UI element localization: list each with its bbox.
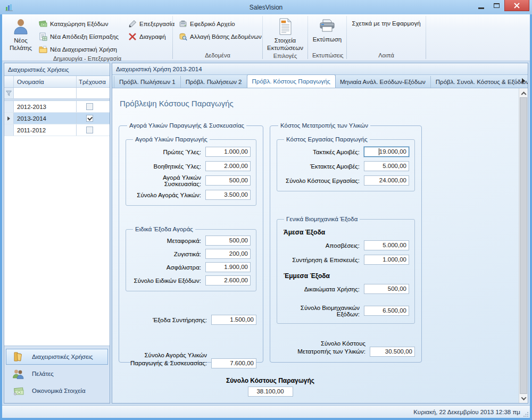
- special-expenses-total-input[interactable]: 2.600,00: [205, 275, 251, 285]
- new-receipt-button[interactable]: Νέα Απόδειξη Είσπραξης: [36, 31, 121, 42]
- new-receipt-label: Νέα Απόδειξη Είσπραξης: [50, 33, 119, 40]
- auxiliary-materials-input[interactable]: 2.000,00: [205, 161, 251, 171]
- resize-grip[interactable]: [522, 410, 529, 417]
- close-button[interactable]: [504, 0, 529, 11]
- conversion-groupbox: Κόστος Μετατροπής των Υλικών Κόστος Εργα…: [270, 122, 422, 363]
- column-header-name[interactable]: Ονομασία: [14, 76, 77, 87]
- maximize-button[interactable]: [489, 0, 504, 11]
- drive-icon: [179, 20, 187, 28]
- column-header-current[interactable]: Τρέχουσα: [77, 76, 110, 87]
- tab-strip: Πρόβλ. Πωλήσεων 1 Πρόβλ. Πωλήσεων 2 Πρόβ…: [112, 75, 528, 88]
- sidebar-header: Διαχειριστικές Χρήσεις: [4, 63, 110, 76]
- current-checkbox[interactable]: [86, 115, 93, 122]
- nav-item-customers[interactable]: Πελάτες: [6, 366, 108, 382]
- field-row: Έξοδα Συντήρησης: 1.500,00: [126, 315, 256, 325]
- minimize-button[interactable]: [473, 0, 489, 11]
- backup-file-button[interactable]: Εφεδρικό Αρχείο: [176, 18, 264, 29]
- raw-materials-input[interactable]: 1.000,00: [205, 147, 251, 157]
- overhead-total-input[interactable]: 6.500,00: [364, 306, 409, 316]
- repairs-input[interactable]: 1.000,00: [364, 255, 409, 265]
- status-datetime: Κυριακή, 22 Δεκεμβρίου 2013 12:38 πμ: [413, 409, 520, 415]
- row-indicator-cell: [4, 113, 14, 124]
- ribbon-group-create-edit: Νέος Πελάτης Καταχώρηση Εξόδων: [2, 14, 172, 61]
- packaging-materials-input[interactable]: 500,00: [205, 175, 251, 186]
- field-row: Σύνολο Βιομηχανικών Εξόδων: 6.500,00: [282, 306, 409, 316]
- group-label-prints: Εκτυπώσεις: [308, 52, 346, 61]
- delete-button[interactable]: Διαγραφή: [126, 31, 177, 42]
- regular-wages-input[interactable]: 19.000,00: [364, 147, 409, 157]
- purchase-total-label: Σύνολο Αγοράς Υλικών Παραγωγής & Συσκευα…: [130, 351, 207, 368]
- weighing-input[interactable]: 200,00: [205, 249, 251, 259]
- field-label: Έκτακτες Αμοιβές:: [310, 163, 360, 170]
- scrollbar-thumb[interactable]: [520, 97, 527, 394]
- maintenance-expenses-input[interactable]: 1.500,00: [211, 315, 256, 325]
- about-button[interactable]: Σχετικά με την Εφαρμογή: [349, 17, 423, 28]
- scroll-up-button[interactable]: [519, 88, 528, 97]
- change-database-button[interactable]: Αλλαγή Βάσης Δεδομένων: [176, 31, 264, 42]
- app-window: SalesVision Νέος Πελάτης: [0, 0, 532, 420]
- nav-item-financial[interactable]: Οικονομικά Στοιχεία: [6, 383, 108, 399]
- purchase-total-row: Σύνολο Αγοράς Υλικών Παραγωγής & Συσκευα…: [126, 351, 256, 368]
- field-label: Σύνολο Κόστους Εργασίας:: [286, 178, 360, 184]
- tab-scroll-left-icon[interactable]: [513, 78, 517, 83]
- fiscal-year-row[interactable]: 2011-2012: [4, 124, 110, 136]
- field-label: Συντήρηση & Επισκευές:: [292, 257, 360, 263]
- insurance-input[interactable]: 1.900,00: [205, 262, 251, 272]
- field-label: Ασφάλιστρα:: [167, 264, 201, 271]
- sidebar-nav: Διαχειριστικές Χρήσεις Πελάτες: [4, 346, 110, 403]
- filter-funnel-icon[interactable]: [4, 88, 14, 98]
- edit-button[interactable]: Επεξεργασία: [126, 18, 177, 29]
- ribbon-separator: [426, 16, 426, 59]
- grid-empty-area: [4, 136, 110, 346]
- conversion-total-input[interactable]: 30.500,00: [370, 347, 415, 357]
- new-customer-button[interactable]: Νέος Πελάτης: [5, 17, 36, 52]
- field-row: Έκτακτες Αμοιβές: 5.000,00: [282, 161, 409, 171]
- materials-total-input[interactable]: 3.500,00: [205, 190, 251, 200]
- print-details-label: Στοιχεία Εκτυπώσεων: [266, 37, 304, 52]
- tab-sales-forecast-1[interactable]: Πρόβλ. Πωλήσεων 1: [114, 76, 181, 88]
- tab-production-cost-forecast[interactable]: Πρόβλ. Κόστους Παραγωγής: [247, 74, 336, 88]
- minimize-icon: [478, 7, 484, 9]
- current-checkbox[interactable]: [86, 127, 93, 133]
- tab-monthly-income-expense[interactable]: Μηνιαία Ανάλ. Εσόδων-Εξόδων: [335, 76, 431, 88]
- current-checkbox[interactable]: [86, 103, 93, 110]
- labor-total-input[interactable]: 24.000,00: [364, 175, 409, 186]
- tab-sales-forecast-2[interactable]: Πρόβλ. Πωλήσεων 2: [181, 76, 247, 88]
- field-row: Σύνολο Αγοράς Υλικών: 3.500,00: [131, 190, 251, 200]
- text-caret: [379, 148, 379, 155]
- register-expenses-button[interactable]: Καταχώρηση Εξόδων: [36, 18, 121, 29]
- fiscal-year-row[interactable]: 2012-2013: [4, 101, 110, 113]
- filter-current-input[interactable]: [77, 88, 110, 98]
- scroll-down-button[interactable]: [519, 394, 528, 403]
- vertical-scrollbar[interactable]: [519, 88, 528, 403]
- field-row: Πρώτες Ύλες: 1.000,00: [131, 147, 251, 157]
- transport-input[interactable]: 500,00: [205, 236, 251, 246]
- print-button[interactable]: Εκτύπωση: [311, 17, 343, 43]
- usage-rights-input[interactable]: 500,00: [364, 284, 409, 294]
- materials-groupbox: Αγορά Υλικών Παραγωγής Πρώτες Ύλες: 1.00…: [126, 136, 256, 206]
- row-indicator-cell: [4, 124, 14, 136]
- fiscal-year-row-selected[interactable]: 2013-2014: [4, 113, 110, 124]
- people-icon: [12, 368, 24, 380]
- nav-item-fiscal-years[interactable]: Διαχειριστικές Χρήσεις: [6, 349, 108, 365]
- grand-total-input[interactable]: 38.100,00: [248, 387, 293, 397]
- nav-label: Οικονομικά Στοιχεία: [32, 388, 86, 394]
- field-label: Ζυγιστικά:: [174, 251, 201, 257]
- filter-name-input[interactable]: [14, 88, 77, 98]
- banknote-icon: [12, 385, 24, 397]
- new-fiscal-year-button[interactable]: Νέα Διαχειριστική Χρήση: [36, 44, 121, 55]
- indirect-expenses-heading: Έμμεσα Έξοδα: [284, 272, 409, 280]
- extra-wages-input[interactable]: 5.000,00: [364, 161, 409, 171]
- ribbon-group-misc: Σχετικά με την Εφαρμογή Λοιπά: [347, 14, 426, 61]
- grid-header-row: Ονομασία Τρέχουσα: [4, 76, 110, 88]
- field-label: Βοηθητικές Ύλες:: [154, 163, 201, 170]
- delete-label: Διαγραφή: [139, 33, 166, 40]
- folder-icon: [39, 45, 47, 54]
- purchase-total-input[interactable]: 7.600,00: [211, 358, 256, 368]
- field-row: Συντήρηση & Επισκευές: 1.000,00: [282, 255, 409, 265]
- print-details-button[interactable]: Στοιχεία Εκτυπώσεων: [266, 17, 304, 52]
- depreciation-input[interactable]: 5.000,00: [364, 240, 409, 250]
- tab-scroll-right-icon[interactable]: [522, 78, 525, 83]
- row-name: 2012-2013: [14, 101, 77, 112]
- status-bar: Κυριακή, 22 Δεκεμβρίου 2013 12:38 πμ: [2, 405, 530, 418]
